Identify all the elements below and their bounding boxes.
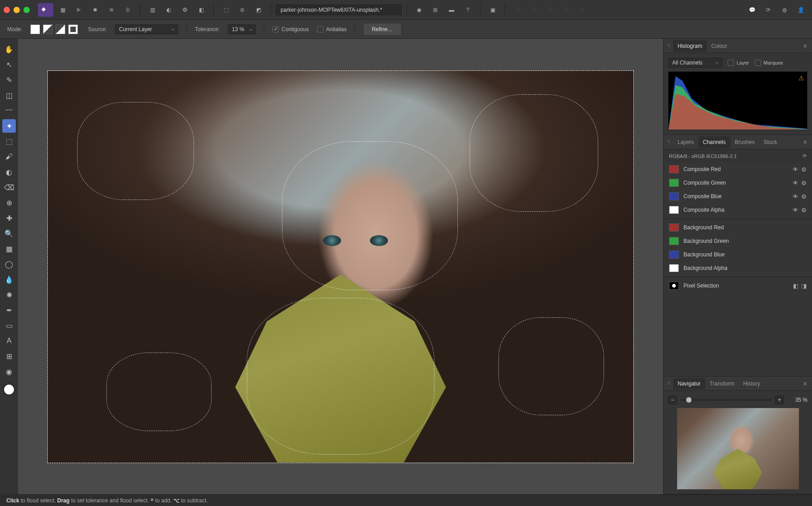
tab-layers[interactable]: Layers (673, 136, 698, 148)
crop-mode-icon[interactable]: ▬ (444, 3, 459, 17)
histogram-channels-dropdown[interactable]: All Channels (668, 58, 722, 68)
deselect-icon[interactable]: ⊘ (235, 3, 250, 17)
erase-tool[interactable]: ⌫ (2, 181, 16, 194)
persona-develop[interactable]: ✺ (88, 3, 103, 17)
snapping-icon[interactable]: ⊞ (428, 3, 443, 17)
live-filter-icon[interactable]: ▣ (485, 3, 500, 17)
color-picker-tool[interactable]: ✎ (2, 73, 16, 87)
mask-from-selection-icon[interactable]: ◧ (793, 283, 798, 289)
foreground-color-swatch[interactable] (3, 384, 15, 395)
channel-row[interactable]: Background Blue (664, 248, 812, 261)
rectangle-tool[interactable]: ▭ (2, 319, 16, 332)
inpainting-tool[interactable]: ✚ (2, 211, 16, 225)
view-tool[interactable]: ◉ (2, 365, 16, 378)
swatches-icon[interactable]: ◧ (194, 3, 209, 17)
zoom-value[interactable]: 35 % (788, 397, 807, 403)
zoom-slider[interactable] (681, 399, 771, 401)
tab-colour[interactable]: Colour (707, 40, 732, 52)
persona-tonemap[interactable]: ≋ (104, 3, 119, 17)
blur-brush-tool[interactable]: ◐ (2, 165, 16, 179)
mode-intersect-button[interactable] (68, 24, 78, 34)
edit-channel-icon[interactable]: ⚙ (801, 207, 807, 214)
dodge-tool[interactable]: ◯ (2, 257, 16, 271)
clone-tool[interactable]: ⊕ (2, 196, 16, 209)
navigator-preview[interactable] (677, 408, 799, 489)
zoom-tool[interactable]: 🔍 (2, 227, 16, 240)
tab-navigator[interactable]: Navigator (673, 378, 705, 390)
histogram-layer-checkbox[interactable]: Layer (728, 60, 749, 66)
panel-menu-icon[interactable]: ≡ (802, 137, 808, 147)
edit-channel-icon[interactable]: ⚙ (801, 193, 807, 200)
channel-row[interactable]: Background Green (664, 234, 812, 248)
channel-row[interactable]: Composite Alpha👁⚙ (664, 203, 812, 217)
tab-history[interactable]: History (739, 378, 765, 390)
channel-row[interactable]: Composite Red👁⚙ (664, 162, 812, 176)
refresh-icon[interactable]: ⟳ (803, 153, 807, 159)
assistant-icon[interactable]: ? (460, 3, 475, 17)
antialias-checkbox[interactable]: Antialias (317, 26, 346, 32)
tab-brushes[interactable]: Brushes (730, 136, 759, 148)
visibility-icon[interactable]: 👁 (793, 207, 798, 214)
sponge-tool[interactable]: ✺ (2, 288, 16, 302)
visibility-icon[interactable]: 👁 (793, 193, 798, 200)
sync-icon[interactable]: ⟳ (761, 3, 776, 17)
tolerance-input[interactable]: 13 % (228, 24, 256, 34)
flood-select-tool[interactable]: ✦ (2, 119, 16, 133)
persona-photo[interactable]: ▦ (55, 3, 70, 17)
visibility-icon[interactable]: 👁 (793, 166, 798, 173)
channel-row[interactable]: Background Red (664, 221, 812, 234)
mesh-warp-tool[interactable]: ⊞ (2, 349, 16, 363)
record-icon[interactable]: ◉ (411, 3, 427, 17)
channel-row[interactable]: Background Alpha (664, 261, 812, 275)
edit-channel-icon[interactable]: ⚙ (801, 180, 807, 186)
panel-menu-icon[interactable]: ≡ (802, 41, 808, 51)
adjustments-icon[interactable]: ◐ (161, 3, 176, 17)
arrange-back-icon[interactable]: ◱ (510, 3, 525, 17)
close-window-button[interactable] (4, 7, 10, 13)
minimize-window-button[interactable] (14, 7, 20, 13)
refine-button[interactable]: Refine… (363, 23, 401, 36)
hand-tool[interactable]: ✋ (2, 42, 16, 56)
move-tool[interactable]: ↖ (2, 58, 16, 71)
panel-grip-icon[interactable]: ⠿ (667, 139, 670, 144)
select-all-icon[interactable]: ⬚ (218, 3, 234, 17)
smudge-tool[interactable]: 💧 (2, 273, 16, 286)
canvas[interactable] (47, 70, 634, 463)
zoom-in-button[interactable]: + (775, 395, 784, 404)
paint-brush-tool[interactable]: 🖌 (2, 150, 16, 163)
zoom-slider-thumb[interactable] (686, 397, 692, 403)
source-dropdown[interactable]: Current Layer (115, 24, 178, 34)
arrange-front-icon[interactable]: ◰ (558, 3, 574, 17)
mode-add-button[interactable] (43, 24, 53, 34)
invert-selection-icon[interactable]: ◩ (251, 3, 266, 17)
zoom-out-button[interactable]: − (668, 395, 677, 404)
histogram-marquee-checkbox[interactable]: Marquee (755, 60, 783, 66)
app-logo[interactable]: ◆ (38, 3, 53, 17)
document-title[interactable]: parker-johnson-MOPTew6XITA-unsplash.* (276, 5, 402, 15)
panel-menu-icon[interactable]: ≡ (802, 379, 808, 389)
edit-channel-icon[interactable]: ⚙ (801, 166, 807, 173)
tab-stock[interactable]: Stock (759, 136, 782, 148)
crop-tool[interactable]: ◫ (2, 88, 16, 102)
channel-row[interactable]: Composite Blue👁⚙ (664, 190, 812, 203)
arrange-forward-icon[interactable]: ◳ (542, 3, 558, 17)
tab-histogram[interactable]: Histogram (673, 40, 707, 52)
text-tool[interactable]: A (2, 334, 16, 348)
mode-new-button[interactable] (30, 24, 40, 34)
tab-transform[interactable]: Transform (705, 378, 738, 390)
selection-brush-tool[interactable]: 〰 (2, 104, 16, 117)
account-icon[interactable]: 👤 (793, 3, 808, 17)
stock-icon[interactable]: ▥ (145, 3, 160, 17)
marquee-tool[interactable]: ⬚ (2, 135, 16, 148)
panel-grip-icon[interactable]: ⠿ (667, 381, 670, 386)
persona-liquify[interactable]: ⫸ (71, 3, 87, 17)
color-wheel-icon[interactable]: ❂ (177, 3, 193, 17)
visibility-icon[interactable]: 👁 (793, 180, 798, 186)
persona-export[interactable]: ⎘ (120, 3, 135, 17)
tab-channels[interactable]: Channels (698, 136, 730, 148)
maximize-window-button[interactable] (23, 7, 30, 13)
help-icon[interactable]: ◍ (777, 3, 792, 17)
channel-row[interactable]: Composite Green👁⚙ (664, 176, 812, 190)
invert-selection-channel-icon[interactable]: ◨ (801, 283, 807, 289)
chat-icon[interactable]: 💬 (744, 3, 760, 17)
